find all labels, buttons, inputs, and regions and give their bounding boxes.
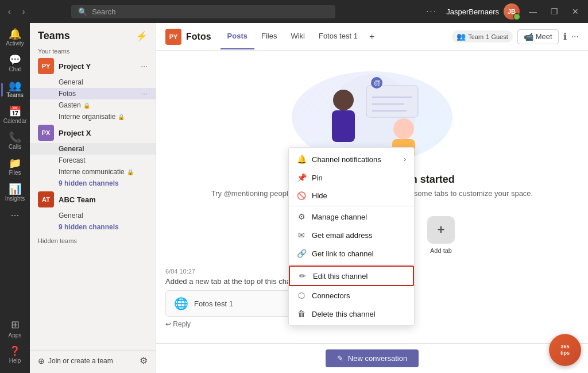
filter-icon[interactable]: ⚡ xyxy=(136,30,148,41)
pin-menu-icon: 📌 xyxy=(297,173,306,182)
edit-menu-icon: ✏ xyxy=(298,271,307,280)
your-teams-label: Your teams xyxy=(30,45,156,56)
lock-icon-comm: 🔒 xyxy=(127,169,134,175)
help-label: Help xyxy=(9,357,21,364)
team-project-x[interactable]: PX Project X xyxy=(30,122,156,143)
menu-label-hide: Hide xyxy=(312,191,327,200)
sidebar-item-chat[interactable]: 💬 Chat xyxy=(1,51,29,76)
new-conv-icon: ✎ xyxy=(337,354,343,363)
sidebar-item-teams[interactable]: 👥 Teams xyxy=(1,77,29,102)
channel-interne-org[interactable]: Interne organisatie 🔒 xyxy=(30,111,156,122)
chat-icon: 💬 xyxy=(9,55,21,65)
chat-label: Chat xyxy=(9,66,21,72)
activity-icon: 🔔 xyxy=(9,29,21,39)
close-button[interactable]: ✕ xyxy=(567,5,583,18)
channel-fotos[interactable]: Fotos ··· xyxy=(30,88,156,99)
channel-general-abc[interactable]: General xyxy=(30,210,156,221)
menu-get-email[interactable]: ✉ Get email address xyxy=(289,226,414,244)
menu-channel-notifications[interactable]: 🔔 Channel notifications › xyxy=(289,150,414,168)
channel-more-icon[interactable]: ··· xyxy=(142,90,148,98)
content-area: PY Fotos Posts Files Wiki Fotos test 1 +… xyxy=(156,23,588,373)
channel-gasten[interactable]: Gasten 🔒 xyxy=(30,99,156,111)
svg-point-9 xyxy=(393,118,414,139)
menu-label-notifications: Channel notifications xyxy=(312,155,381,164)
sidebar-item-activity[interactable]: 🔔 Activity xyxy=(1,25,29,50)
channel-general-px[interactable]: General xyxy=(30,143,156,155)
insights-label: Insights xyxy=(5,195,25,202)
tab-fotos-test[interactable]: Fotos test 1 xyxy=(312,24,365,49)
team-abc[interactable]: AT ABC Team xyxy=(30,189,156,210)
channel-interne-comm[interactable]: Interne communicatie 🔒 xyxy=(30,166,156,178)
files-label: Files xyxy=(9,170,21,176)
team-avatar-at: AT xyxy=(38,191,54,207)
menu-edit-channel[interactable]: ✏ Edit this channel xyxy=(289,266,414,286)
menu-pin[interactable]: 📌 Pin xyxy=(289,168,414,187)
meet-button[interactable]: 📹 Meet xyxy=(517,29,559,44)
teams-icon: 👥 xyxy=(9,80,21,91)
team-dots-py[interactable]: ··· xyxy=(141,61,148,71)
meet-label: Meet xyxy=(536,32,552,41)
lock-icon-gasten: 🔒 xyxy=(83,102,90,109)
context-menu: 🔔 Channel notifications › 📌 Pin 🚫 Hide xyxy=(288,147,415,326)
menu-connectors[interactable]: ⬡ Connectors xyxy=(289,286,414,305)
link-menu-icon: 🔗 xyxy=(297,249,306,258)
tab-files[interactable]: Files xyxy=(254,24,284,49)
maximize-button[interactable]: ❐ xyxy=(546,5,563,18)
team-project-y[interactable]: PY Project Y ··· xyxy=(30,56,156,76)
nav-help[interactable]: ❓ Help xyxy=(3,343,26,366)
sidebar-item-calls[interactable]: 📞 Calls xyxy=(1,129,29,153)
menu-get-link[interactable]: 🔗 Get link to channel xyxy=(289,244,414,263)
search-bar: 🔍 xyxy=(71,5,335,18)
sidebar-item-files[interactable]: 📁 Files xyxy=(1,155,29,179)
team-guest-badge: 👥 Team 1 Guest xyxy=(452,30,512,43)
sidebar: Teams ⚡ Your teams PY Project Y ··· Gene… xyxy=(30,23,156,373)
menu-manage-channel[interactable]: ⚙ Manage channel xyxy=(289,207,414,226)
join-team-label: Join or create a team xyxy=(48,357,113,365)
notifications-menu-icon: 🔔 xyxy=(297,155,306,164)
nav-rail: 🔔 Activity 💬 Chat 👥 Teams 📅 Calendar 📞 C… xyxy=(0,23,30,373)
channel-title: Fotos xyxy=(186,32,211,42)
tab-wiki[interactable]: Wiki xyxy=(284,24,312,49)
avatar[interactable]: JB xyxy=(504,3,520,20)
calls-icon: 📞 xyxy=(9,132,21,143)
join-team-button[interactable]: ⊕ Join or create a team xyxy=(38,356,113,366)
minimize-button[interactable]: — xyxy=(524,5,541,18)
app-card-add[interactable]: + Add tab xyxy=(423,216,459,254)
menu-label-edit: Edit this channel xyxy=(313,272,368,280)
channel-general-py[interactable]: General xyxy=(30,76,156,88)
hidden-channels-px[interactable]: 9 hidden channels xyxy=(30,178,156,189)
team-name-abc: ABC Team xyxy=(59,195,148,204)
new-conversation-bar: ✎ New conversation xyxy=(156,343,588,373)
search-input[interactable] xyxy=(92,7,328,16)
header-more-button[interactable]: ··· xyxy=(571,32,579,42)
info-button[interactable]: ℹ xyxy=(563,31,567,42)
sidebar-item-more[interactable]: ··· xyxy=(1,206,29,224)
calendar-label: Calendar xyxy=(3,118,27,124)
svg-text:@: @ xyxy=(374,79,381,87)
nav-apps[interactable]: ⊞ Apps xyxy=(3,316,26,341)
sidebar-settings-icon[interactable]: ⚙ xyxy=(140,355,148,366)
channel-avatar: PY xyxy=(165,29,181,45)
titlebar-dots[interactable]: ··· xyxy=(421,4,442,19)
channel-forecast[interactable]: Forecast xyxy=(30,155,156,166)
add-tab-button[interactable]: + xyxy=(365,24,379,50)
menu-hide[interactable]: 🚫 Hide xyxy=(289,187,414,205)
forward-button[interactable]: › xyxy=(19,5,29,18)
hidden-channels-abc[interactable]: 9 hidden channels xyxy=(30,221,156,233)
connectors-menu-icon: ⬡ xyxy=(297,291,306,300)
menu-delete-channel[interactable]: 🗑 Delete this channel xyxy=(289,305,414,323)
new-conv-label: New conversation xyxy=(348,354,407,363)
sidebar-item-calendar[interactable]: 📅 Calendar xyxy=(1,103,29,128)
calls-label: Calls xyxy=(9,144,21,150)
sidebar-item-insights[interactable]: 📊 Insights xyxy=(1,180,29,205)
team-badge-icon: 👥 xyxy=(457,32,466,41)
team-avatar-px: PX xyxy=(38,125,54,141)
team-avatar-py: PY xyxy=(38,58,54,74)
main-content: @ Let's get the conversa xyxy=(156,51,588,373)
tab-posts[interactable]: Posts xyxy=(220,24,254,49)
join-icon: ⊕ xyxy=(38,356,45,366)
new-conversation-button[interactable]: ✎ New conversation xyxy=(326,349,419,367)
chevron-right-icon: › xyxy=(404,155,406,163)
email-menu-icon: ✉ xyxy=(297,230,306,240)
back-button[interactable]: ‹ xyxy=(5,5,14,18)
